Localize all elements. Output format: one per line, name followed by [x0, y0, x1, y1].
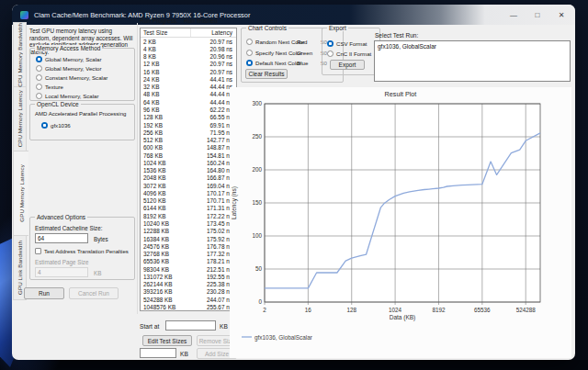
run-progress-status: Run finished	[184, 17, 218, 24]
result-test-size: 32 KB	[141, 84, 191, 90]
result-row[interactable]: 24 KB44.41 ns	[141, 75, 236, 83]
opencl-device-group: OpenCL Device AMD Accelerated Parallel P…	[29, 104, 135, 140]
result-latency: 20.97 ns	[191, 39, 236, 45]
result-test-size: 1024 KB	[141, 160, 191, 166]
clear-results-button[interactable]: Clear Results	[245, 69, 288, 79]
result-row[interactable]: 48 KB44.44 ns	[141, 91, 236, 98]
minimize-icon[interactable]: —	[509, 11, 518, 19]
select-test-run-label: Select Test Run:	[375, 32, 418, 39]
result-row[interactable]: 128 KB66.55 ns	[141, 114, 236, 121]
result-row[interactable]: 16 KB20.97 ns	[141, 68, 236, 75]
memory-access-option-local-memory-scalar[interactable]: Local Memory, Scalar	[36, 92, 98, 100]
memory-access-option-global-memory-scalar[interactable]: Global Memory, Scalar	[36, 55, 102, 63]
result-row[interactable]: 24576 KB176.78 ns	[141, 242, 236, 250]
radio-icon	[36, 56, 42, 62]
result-test-size: 16384 KB	[141, 236, 191, 242]
memory-access-option-texture[interactable]: Texture	[36, 83, 63, 91]
taskbar[interactable]	[0, 360, 588, 370]
result-test-size: 600 KB	[141, 144, 191, 151]
export-format-option-csv-format[interactable]: CSV Format	[327, 39, 368, 48]
result-row[interactable]: 32768 KB177.32 ns	[141, 250, 236, 257]
result-row[interactable]: 65536 KB178.21 ns	[141, 258, 236, 265]
export-format-option-cnc-ii-format[interactable]: CnC II Format	[327, 50, 371, 58]
result-row[interactable]: 512 KB142.77 ns	[141, 136, 236, 143]
result-row[interactable]: 32 KB44.44 ns	[141, 84, 236, 91]
close-icon[interactable]: ✕	[557, 11, 566, 19]
result-row[interactable]: 524288 KB244.07 ns	[141, 296, 236, 303]
memory-access-option-global-memory-vector[interactable]: Global Memory, Vector	[36, 64, 102, 73]
result-test-size: 48 KB	[141, 91, 191, 97]
result-row[interactable]: 1048576 KB255.67 ns	[141, 303, 236, 310]
result-row[interactable]: 2048 KB166.87 ns	[141, 174, 236, 182]
result-row[interactable]: 98304 KB212.51 ns	[141, 265, 236, 273]
chart-title: Result Plot	[230, 90, 571, 98]
result-row[interactable]: 6144 KB171.31 ns	[141, 205, 236, 212]
tlb-checkbox-label: Test Address Translation Penalties	[44, 249, 129, 254]
radio-icon	[36, 93, 42, 99]
result-test-size: 96 KB	[141, 107, 191, 113]
result-row[interactable]: 600 KB148.87 ns	[141, 144, 236, 151]
tab-cpu-memory-bandwidth[interactable]: CPU Memory Bandwidth	[13, 22, 27, 87]
result-row[interactable]: 768 KB154.81 ns	[141, 151, 236, 159]
result-row[interactable]: 5120 KB170.71 ns	[141, 197, 236, 205]
result-test-size: 8 KB	[141, 53, 191, 60]
result-test-size: 256 KB	[141, 129, 191, 136]
result-row[interactable]: 1024 KB160.24 ns	[141, 159, 236, 166]
result-latency: 20.97 ns	[191, 61, 236, 67]
radio-icon	[41, 122, 48, 129]
add-size-input[interactable]	[140, 348, 176, 358]
tab-gpu-memory-latency[interactable]: GPU Memory Latency	[13, 151, 28, 236]
color-mode-option-default-next-color[interactable]: Default Next Color	[246, 59, 301, 67]
result-row[interactable]: 4 KB20.98 ns	[141, 45, 236, 52]
tlb-checkbox-row[interactable]: Test Address Translation Penalties	[35, 248, 129, 254]
result-row[interactable]: 10240 KB173.45 ns	[141, 219, 236, 227]
opencl-device-option-gfx1036[interactable]: gfx1036	[41, 121, 71, 129]
cacheline-size-input[interactable]	[35, 233, 88, 243]
result-row[interactable]: 4096 KB170.17 ns	[141, 189, 236, 196]
result-row[interactable]: 8192 KB172.22 ns	[141, 212, 236, 219]
test-run-listbox[interactable]: gfx1036, GlobalScalar	[374, 40, 571, 82]
page-size-unit-label: KB	[94, 270, 101, 276]
x-tick-label: 8192	[432, 307, 446, 313]
test-run-item[interactable]: gfx1036, GlobalScalar	[375, 41, 570, 50]
result-row[interactable]: 192 KB69.91 ns	[141, 121, 236, 129]
result-row[interactable]: 1536 KB164.80 ns	[141, 167, 236, 174]
memory-access-method-label: Memory Access Method	[35, 45, 102, 51]
result-row[interactable]: 262144 KB225.38 ns	[141, 281, 236, 288]
result-row[interactable]: 16384 KB175.92 ns	[141, 235, 236, 242]
color-mode-option-specify-next-color[interactable]: Specify Next Color	[246, 49, 301, 57]
run-button[interactable]: Run	[24, 287, 64, 299]
column-latency[interactable]: Latency	[191, 28, 236, 37]
result-row[interactable]: 64 KB44.44 ns	[141, 98, 236, 106]
edit-test-sizes-button[interactable]: Edit Test Sizes	[142, 335, 192, 346]
result-test-size: 12 KB	[141, 61, 191, 67]
result-row[interactable]: 8 KB20.96 ns	[141, 53, 236, 61]
start-at-input[interactable]	[165, 320, 216, 331]
result-test-size: 4 KB	[141, 46, 191, 52]
result-row[interactable]: 131072 KB192.55 ns	[141, 273, 236, 280]
maximize-icon[interactable]: □	[533, 11, 542, 19]
memory-access-option-label: Global Memory, Vector	[45, 65, 102, 72]
export-button[interactable]: Export	[330, 60, 365, 70]
result-test-size: 262144 KB	[141, 281, 191, 287]
tab-label: CPU Memory Bandwidth	[17, 23, 23, 87]
result-row[interactable]: 2 KB20.97 ns	[141, 38, 236, 45]
result-row[interactable]: 256 KB71.95 ns	[141, 129, 236, 136]
result-plot-chart: 0501001502002503002161281024819265536524…	[230, 100, 571, 360]
result-row[interactable]: 393216 KB230.28 ns	[141, 288, 236, 296]
color-mode-option-random-next-color[interactable]: Random Next Color	[246, 38, 305, 46]
tab-cpu-memory-latency[interactable]: CPU Memory Latency	[13, 86, 27, 151]
result-row[interactable]: 12288 KB175.02 ns	[141, 228, 236, 235]
start-at-unit-label: KB	[220, 323, 228, 330]
app-icon	[20, 11, 28, 19]
results-listview[interactable]: Test Size Latency 2 KB20.97 ns4 KB20.98 …	[140, 28, 237, 311]
result-test-size: 128 KB	[141, 114, 191, 120]
memory-access-option-constant-memory-scalar[interactable]: Constant Memory, Scalar	[36, 73, 107, 82]
result-row[interactable]: 12 KB20.97 ns	[141, 61, 236, 68]
channel-label: Blue	[297, 60, 308, 66]
column-test-size[interactable]: Test Size	[141, 28, 191, 37]
result-row[interactable]: 96 KB62.22 ns	[141, 106, 236, 113]
result-row[interactable]: 3072 KB169.04 ns	[141, 182, 236, 189]
legend-label: gfx1036, GlobalScalar	[254, 334, 313, 342]
cancel-run-button[interactable]: Cancel Run	[69, 287, 119, 299]
